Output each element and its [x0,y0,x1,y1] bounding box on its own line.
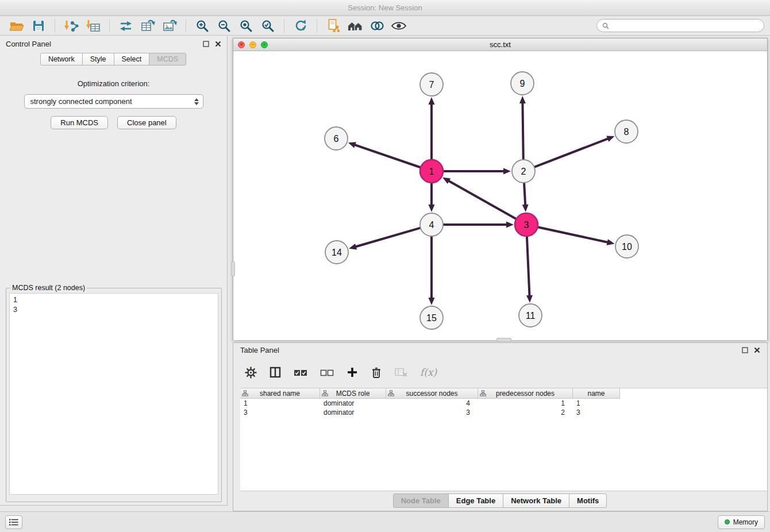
graph-edge-arrowhead [606,136,614,141]
graph-node-label: 14 [332,248,342,257]
network-window-titlebar[interactable]: scc.txt [233,38,767,51]
minimize-window-icon[interactable] [249,41,256,48]
graph-edge[interactable] [355,228,421,247]
show-graphics-button[interactable] [388,17,410,34]
export-table-button[interactable] [137,17,159,34]
venn-diagram-icon [369,20,384,32]
column-header-predecessor-nodes[interactable]: predecessor nodes [478,388,573,399]
run-mcds-button[interactable]: Run MCDS [51,116,108,129]
graph-edge[interactable] [448,180,517,219]
deselect-all-rows-button[interactable] [320,369,334,376]
network-canvas[interactable]: 7968124314101511 [233,51,767,340]
apply-function-button[interactable]: f(x) [420,367,437,378]
graph-edge-arrowhead [503,168,511,175]
table-panel-header: Table Panel [233,343,767,357]
graph-edge-arrowhead [526,295,533,303]
close-icon[interactable] [215,41,221,47]
control-panel: Control Panel Network Style Select MCDS … [0,36,228,506]
zoom-fit-button[interactable] [235,17,257,34]
cell-successor-nodes: 3 [386,408,478,417]
hierarchy-icon [322,390,328,396]
select-all-rows-button[interactable] [294,369,307,376]
zoom-selected-button[interactable] [257,17,279,34]
toolbar-separator [55,19,55,33]
column-visibility-button[interactable] [270,367,281,378]
float-window-icon[interactable] [742,347,748,353]
export-image-icon [162,18,177,33]
graph-edge[interactable] [524,183,525,206]
optimization-criterion-select[interactable]: strongly connected component [24,94,203,109]
import-network-icon [64,18,79,33]
memory-button[interactable]: Memory [718,515,765,529]
resize-grip[interactable] [231,261,235,276]
table-row[interactable]: 1 dominator 4 1 1 [240,399,767,408]
eye-icon [391,21,406,31]
zoom-out-button[interactable] [213,17,235,34]
refresh-view-button[interactable] [290,17,311,34]
table-header-row: shared name MCDS role successor nodes pr… [240,388,767,399]
style-venn-button[interactable] [366,17,388,34]
graph-edge[interactable] [527,236,530,296]
main-toolbar [0,16,770,36]
toolbar-separator [317,19,317,33]
tab-select[interactable]: Select [114,53,150,65]
task-history-button[interactable] [5,515,22,529]
resize-grip[interactable] [496,338,511,342]
delete-row-button[interactable] [371,367,382,379]
zoom-in-button[interactable] [191,17,213,34]
table-row[interactable]: 3 dominator 3 2 3 [240,408,767,417]
tab-network-table[interactable]: Network Table [503,494,569,508]
tab-node-table[interactable]: Node Table [393,494,449,508]
memory-status-icon [725,519,730,525]
apply-layout-button[interactable] [115,17,137,34]
column-header-mcds-role[interactable]: MCDS role [320,388,386,399]
hierarchy-icon [480,390,486,396]
table-settings-button[interactable] [245,367,257,379]
graph-edge[interactable] [354,145,421,168]
graph-node-label: 2 [521,167,526,176]
mcds-result-list[interactable]: 1 3 [9,293,218,495]
optimization-criterion-label: Optimization criterion: [0,79,227,88]
zoom-fit-icon [239,19,253,33]
graph-edge-arrowhead [519,96,526,103]
export-table-icon [140,18,155,33]
tab-motifs[interactable]: Motifs [569,494,607,508]
clear-table-icon [395,368,407,377]
hierarchy-icon [388,390,394,396]
tab-mcds[interactable]: MCDS [149,53,186,65]
export-image-button[interactable] [159,17,180,34]
copy-network-button[interactable] [322,17,344,34]
network-graph[interactable]: 7968124314101511 [233,51,767,340]
graph-edge[interactable] [534,138,609,167]
home-views-button[interactable] [344,17,366,34]
close-window-icon[interactable] [238,41,245,48]
float-window-icon[interactable] [203,41,209,47]
tab-network[interactable]: Network [40,53,83,65]
checked-boxes-icon [294,369,307,376]
add-row-button[interactable] [346,367,358,378]
import-table-button[interactable] [82,17,104,34]
table-panel-title: Table Panel [240,346,279,354]
close-panel-button[interactable]: Close panel [117,116,176,129]
clear-table-button[interactable] [395,368,407,377]
import-table-icon [86,18,101,33]
mcds-result-group: MCDS result (2 nodes) 1 3 [6,284,222,502]
save-session-button[interactable] [28,17,49,34]
graph-edge[interactable] [522,102,523,160]
graph-edge[interactable] [538,227,609,242]
open-folder-icon [9,19,24,33]
column-header-name[interactable]: name [573,388,620,399]
cell-name: 3 [573,408,620,417]
tab-style[interactable]: Style [82,53,114,65]
column-header-shared-name[interactable]: shared name [240,388,320,399]
tab-edge-table[interactable]: Edge Table [448,494,503,508]
open-session-button[interactable] [6,17,28,34]
search-input[interactable] [613,22,759,30]
graph-node-label: 10 [622,242,632,252]
memory-label: Memory [733,518,758,526]
import-network-button[interactable] [60,17,82,34]
column-header-successor-nodes[interactable]: successor nodes [386,388,478,399]
close-icon[interactable] [754,347,760,353]
maximize-window-icon[interactable] [261,41,268,48]
mcds-result-title: MCDS result (2 nodes) [10,284,87,292]
